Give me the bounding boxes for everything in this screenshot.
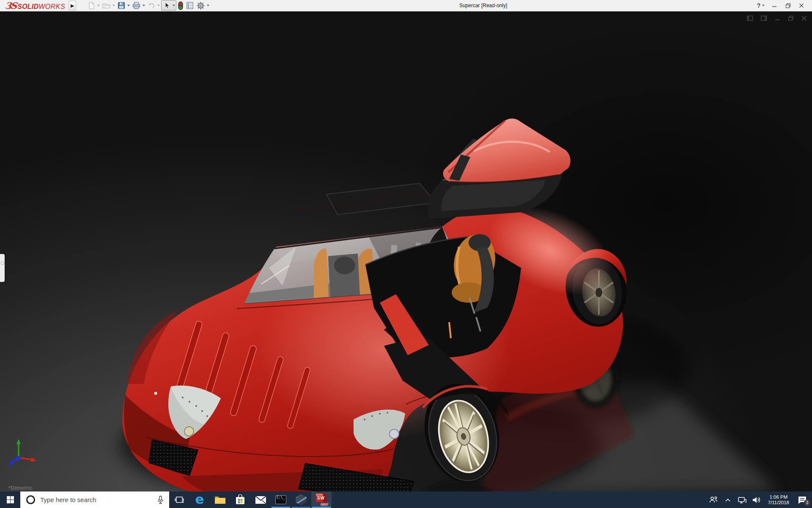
edge-icon: e — [195, 493, 204, 506]
network-button[interactable] — [737, 494, 748, 506]
task-view-button[interactable] — [169, 491, 189, 508]
windows-logo-icon — [7, 496, 14, 503]
view-orientation-label: *Dimetric — [8, 485, 33, 491]
options-gear-icon — [196, 1, 205, 10]
minimize-button[interactable] — [770, 1, 779, 10]
doc-restore-icon[interactable] — [788, 16, 794, 21]
show-hidden-icons-button[interactable] — [722, 494, 733, 506]
hexagon-app-icon — [295, 494, 307, 505]
file-properties-button[interactable] — [185, 0, 195, 11]
clock-time: 1:06 PM — [768, 494, 789, 500]
select-dropdown-arrow[interactable] — [173, 5, 175, 6]
taskbar: e C:\_ — [0, 491, 812, 508]
taskbar-item-file-explorer[interactable] — [210, 491, 230, 508]
restore-icon — [785, 3, 791, 8]
save-icon — [117, 1, 126, 10]
taskbar-item-mail[interactable] — [250, 491, 271, 508]
cortana-icon[interactable] — [26, 495, 35, 504]
network-icon — [738, 496, 747, 504]
rebuild-traffic-light-icon — [178, 1, 184, 10]
quick-access-toolbar — [86, 0, 210, 11]
volume-icon — [752, 496, 761, 504]
action-center-button[interactable]: 3 — [795, 494, 809, 506]
document-title: Supercar [Read-only] — [210, 3, 756, 8]
pane-right-icon[interactable] — [761, 15, 767, 21]
help-button[interactable]: ? — [756, 1, 765, 10]
undo-icon — [147, 1, 156, 10]
pane-left-icon[interactable] — [747, 15, 753, 21]
select-tool-button[interactable] — [161, 0, 176, 11]
flyout-arrow-icon: ▶ — [71, 3, 74, 8]
start-button[interactable] — [0, 491, 20, 508]
new-document-icon — [87, 1, 96, 10]
notification-badge: 3 — [804, 500, 810, 506]
restore-button[interactable] — [783, 1, 793, 10]
save-dropdown-arrow[interactable] — [127, 5, 130, 6]
solidworks-logo: ЗS SOLID WORKS — [0, 0, 65, 11]
new-dropdown-arrow[interactable] — [97, 5, 100, 6]
taskbar-item-command-prompt[interactable]: C:\_ — [271, 491, 291, 508]
options-button[interactable] — [195, 0, 210, 11]
print-button[interactable] — [131, 0, 146, 11]
taskbar-item-store[interactable] — [230, 491, 250, 508]
collapsed-panel-tab[interactable] — [0, 254, 5, 282]
new-document-button[interactable] — [86, 0, 101, 11]
taskbar-clock[interactable]: 1:06 PM 7/11/2018 — [765, 494, 792, 505]
file-explorer-icon — [214, 495, 226, 505]
mail-icon — [255, 496, 266, 504]
print-dropdown-arrow[interactable] — [143, 5, 145, 6]
menu-flyout-button[interactable]: ▶ — [69, 1, 76, 11]
window-controls: ? — [756, 1, 812, 10]
close-button[interactable] — [797, 1, 806, 10]
microphone-icon[interactable] — [157, 495, 164, 505]
taskbar-item-edge[interactable]: e — [189, 491, 210, 508]
rebuild-button[interactable] — [177, 0, 184, 11]
undo-button[interactable] — [146, 0, 161, 11]
save-button[interactable] — [116, 0, 131, 11]
print-icon — [132, 1, 141, 10]
open-door — [428, 119, 570, 219]
doc-close-icon[interactable] — [801, 16, 807, 21]
system-tray: 1:06 PM 7/11/2018 3 — [708, 491, 812, 508]
file-properties-icon — [186, 1, 194, 10]
people-button[interactable] — [708, 494, 719, 506]
search-input[interactable] — [40, 496, 152, 503]
doc-minimize-icon[interactable] — [775, 16, 780, 21]
close-icon — [799, 3, 804, 8]
taskbar-item-solidworks[interactable]: SW 2017 — [311, 491, 332, 508]
volume-button[interactable] — [751, 494, 762, 506]
supercar-3d-model[interactable] — [0, 11, 812, 491]
clock-date: 7/11/2018 — [768, 500, 789, 505]
chevron-up-icon — [725, 498, 731, 502]
document-window-controls — [747, 15, 807, 21]
task-view-icon — [175, 496, 184, 504]
help-dropdown-arrow[interactable] — [762, 5, 765, 6]
store-icon — [235, 494, 245, 505]
open-dropdown-arrow[interactable] — [112, 5, 115, 6]
orientation-triad — [5, 437, 44, 474]
select-cursor-icon — [162, 1, 171, 10]
roof-glass-panel — [326, 183, 436, 215]
taskbar-search[interactable] — [20, 491, 169, 508]
open-document-icon — [102, 1, 111, 10]
minimize-icon — [772, 3, 777, 8]
people-icon — [709, 496, 718, 504]
solidworks-logo-glyph: ЗS — [5, 0, 17, 11]
options-dropdown-arrow[interactable] — [207, 5, 209, 6]
graphics-viewport[interactable]: *Dimetric — [0, 11, 812, 491]
open-document-button[interactable] — [101, 0, 116, 11]
solidworks-2017-icon: SW 2017 — [315, 494, 328, 506]
taskbar-item-hexagon-app[interactable] — [291, 491, 311, 508]
title-bar: ЗS SOLID WORKS ▶ — [0, 0, 812, 11]
undo-dropdown-arrow[interactable] — [157, 5, 160, 6]
command-prompt-icon: C:\_ — [275, 495, 286, 504]
